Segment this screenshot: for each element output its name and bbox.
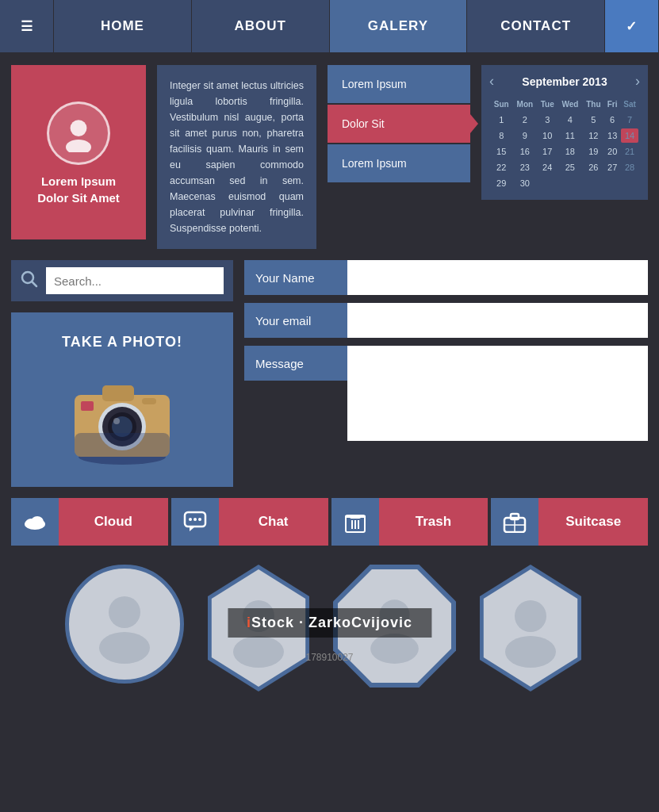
nav-galery[interactable]: GALERY (330, 0, 468, 52)
hex-inner-2 (472, 569, 589, 687)
nav-home[interactable]: HOME (54, 0, 192, 52)
profile-card: Lorem Ipsum Dolor Sit Amet (11, 65, 146, 239)
cal-day[interactable]: 2 (513, 113, 536, 127)
watermark: iStock · ZarkoCvijovic (228, 608, 431, 638)
cal-day[interactable]: 5 (584, 113, 604, 127)
cal-day[interactable]: 19 (584, 144, 604, 159)
cal-day[interactable] (621, 176, 638, 190)
hamburger-menu[interactable]: ☰ (0, 0, 54, 52)
cal-day[interactable]: 13 (605, 128, 619, 143)
cloud-icon-square (11, 498, 59, 546)
cal-day[interactable]: 29 (491, 176, 511, 190)
cloud-icon (23, 513, 47, 530)
cal-day[interactable]: 26 (584, 160, 604, 174)
main-content: Lorem Ipsum Dolor Sit Amet Integer sit a… (0, 54, 659, 718)
calendar-grid: Sun Mon Tue Wed Thu Fri Sat 123456789101… (489, 96, 640, 192)
search-input[interactable] (46, 267, 224, 294)
dropdown-item-2[interactable]: Dolor Sit (328, 105, 470, 144)
cal-day[interactable]: 9 (513, 128, 536, 143)
cal-day[interactable]: 21 (621, 144, 638, 159)
cloud-label: Cloud (59, 498, 168, 546)
cal-day-wed: Wed (558, 98, 581, 111)
cal-day[interactable] (605, 176, 619, 190)
search-icon (21, 270, 38, 292)
nav-checkmark[interactable]: ✓ (605, 0, 659, 52)
camera-illustration (67, 363, 178, 466)
cal-day[interactable]: 11 (558, 128, 581, 143)
person-icon-4 (491, 588, 570, 668)
dropdown-item-1[interactable]: Lorem Ipsum (328, 65, 470, 105)
chat-icon-square (171, 498, 219, 546)
cal-prev-arrow[interactable]: ‹ (489, 73, 494, 90)
cal-day[interactable]: 30 (513, 176, 536, 190)
cal-day-sat: Sat (621, 98, 638, 111)
profile-name: Lorem Ipsum Dolor Sit Amet (37, 173, 120, 206)
suitcase-icon (503, 511, 527, 533)
dropdown-item-3[interactable]: Lorem Ipsum (328, 144, 470, 184)
check-icon: ✓ (626, 18, 638, 35)
cal-day[interactable]: 6 (605, 113, 619, 127)
cal-day[interactable]: 17 (538, 144, 557, 159)
icon-bar: Cloud Chat (11, 498, 648, 546)
cal-day[interactable] (558, 176, 581, 190)
cal-day[interactable] (584, 176, 604, 190)
svg-point-32 (109, 596, 140, 628)
cal-day[interactable]: 4 (558, 113, 581, 127)
suitcase-icon-square (491, 498, 538, 546)
cal-day[interactable]: 1 (491, 113, 511, 127)
chat-icon (183, 511, 207, 533)
dropdown-menu: Lorem Ipsum Dolor Sit Lorem Ipsum (328, 65, 470, 184)
cal-day[interactable]: 20 (605, 144, 619, 159)
trash-icon (345, 510, 366, 534)
svg-point-20 (193, 518, 197, 521)
person-icon-1 (85, 584, 164, 664)
email-input[interactable] (347, 303, 648, 338)
cal-day[interactable]: 15 (491, 144, 511, 159)
cal-day[interactable]: 25 (558, 160, 581, 174)
calendar: ‹ September 2013 › Sun Mon Tue Wed Thu F… (481, 65, 648, 200)
cal-day[interactable]: 3 (538, 113, 557, 127)
name-input[interactable] (347, 260, 648, 295)
cloud-button[interactable]: Cloud (11, 498, 168, 546)
cal-day[interactable]: 28 (621, 160, 638, 174)
svg-point-35 (233, 636, 284, 668)
svg-point-17 (31, 516, 44, 527)
photo-title: TAKE A PHOTO! (62, 334, 182, 350)
cal-day[interactable]: 24 (538, 160, 557, 174)
cal-day[interactable]: 7 (621, 113, 638, 127)
trash-icon-square (331, 498, 379, 546)
chat-button[interactable]: Chat (171, 498, 328, 546)
svg-point-19 (189, 518, 192, 521)
svg-rect-24 (345, 515, 366, 518)
user-icon (59, 114, 98, 152)
name-label: Your Name (244, 260, 347, 295)
cal-day[interactable]: 14 (621, 128, 638, 143)
message-textarea[interactable] (347, 346, 648, 441)
svg-point-0 (71, 120, 87, 136)
svg-point-33 (99, 632, 150, 664)
trash-button[interactable]: Trash (331, 498, 489, 546)
watermark-i: i (247, 615, 251, 630)
svg-line-3 (33, 282, 37, 286)
cal-day[interactable]: 8 (491, 128, 511, 143)
nav-about[interactable]: ABOUT (192, 0, 330, 52)
cal-day[interactable]: 27 (605, 160, 619, 174)
cal-day[interactable]: 18 (558, 144, 581, 159)
name-row: Your Name (244, 260, 648, 295)
cal-day[interactable]: 22 (491, 160, 511, 174)
svg-point-11 (113, 418, 120, 424)
cal-next-arrow[interactable]: › (635, 73, 640, 90)
svg-rect-6 (102, 385, 134, 401)
avatar-hex-2 (467, 565, 594, 691)
suitcase-button[interactable]: Suitcase (491, 498, 648, 546)
cal-day-fri: Fri (605, 98, 619, 111)
cal-day[interactable]: 23 (513, 160, 536, 174)
cal-day[interactable]: 10 (538, 128, 557, 143)
avatar-circle-1 (65, 565, 184, 684)
calendar-month: September 2013 (522, 75, 607, 88)
cal-day[interactable] (538, 176, 557, 190)
nav-contact[interactable]: CONTACT (467, 0, 605, 52)
cal-day[interactable]: 16 (513, 144, 536, 159)
cal-day[interactable]: 12 (584, 128, 604, 143)
row1: Lorem Ipsum Dolor Sit Amet Integer sit a… (11, 65, 648, 249)
